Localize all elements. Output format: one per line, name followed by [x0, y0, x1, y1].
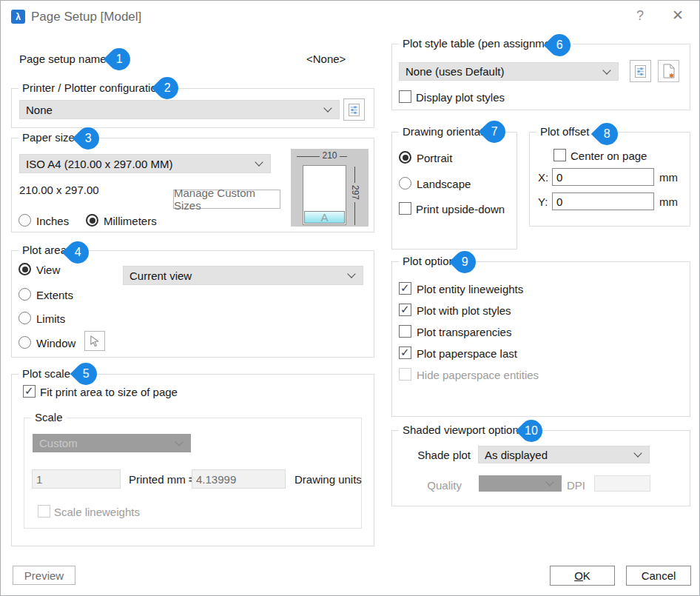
chevron-down-icon	[347, 269, 355, 278]
display-plot-styles-checkbox[interactable]	[399, 90, 411, 103]
quality-combo	[479, 475, 562, 492]
inches-label: Inches	[36, 215, 69, 227]
page-setup-name-label: Page setup name:	[19, 53, 110, 65]
offset-x-input[interactable]	[552, 168, 654, 186]
new-file-icon	[662, 64, 676, 78]
hide-paperspace-label: Hide paperspace entities	[417, 369, 539, 381]
view-radio[interactable]	[18, 263, 31, 275]
printer-combo[interactable]: None	[19, 100, 340, 119]
window-radio[interactable]	[18, 336, 31, 349]
shaded-viewport-group: Shaded viewport options	[391, 430, 690, 506]
page-setup-name-value: <None>	[306, 53, 346, 65]
extents-radio[interactable]	[18, 288, 31, 301]
printed-mm-label: Printed mm =	[129, 473, 195, 486]
scale-legend: Scale	[31, 411, 67, 423]
shaded-viewport-legend: Shaded viewport options	[399, 423, 528, 436]
millimeters-label: Millimeters	[104, 215, 157, 227]
printer-config-legend: Printer / Plotter configuration	[18, 81, 166, 94]
paperspace-last-checkbox[interactable]	[399, 346, 411, 359]
page-setup-dialog: λ Page Setup [Model] ? ✕ Page setup name…	[0, 0, 700, 596]
center-on-page-label: Center on page	[571, 150, 647, 162]
center-on-page-checkbox[interactable]	[553, 149, 566, 161]
scale-preset-combo: Custom	[33, 434, 191, 452]
plot-styles-checkbox[interactable]	[399, 304, 411, 316]
chevron-down-icon	[545, 478, 553, 486]
view-selection-combo[interactable]: Current view	[123, 266, 363, 285]
edit-plot-style-button[interactable]	[630, 60, 651, 82]
printer-properties-button[interactable]	[343, 98, 365, 121]
offset-x-unit: mm	[659, 171, 678, 184]
paper-size-legend: Paper size	[18, 131, 78, 144]
fit-to-page-label: Fit print area to size of page	[40, 386, 178, 398]
chevron-down-icon	[255, 158, 263, 166]
plot-scale-legend: Plot scale	[18, 367, 74, 380]
portrait-radio[interactable]	[399, 151, 411, 164]
offset-y-unit: mm	[659, 195, 678, 208]
plot-lineweights-label: Plot entity lineweights	[417, 283, 523, 295]
drawing-units-label: Drawing units	[295, 473, 362, 486]
quality-label: Quality	[415, 479, 462, 492]
width-dimension-label: 210	[291, 150, 368, 161]
hide-paperspace-checkbox	[399, 368, 411, 381]
offset-y-label: Y:	[538, 195, 548, 208]
drawing-units-input	[192, 469, 286, 489]
printable-area-strip: A	[304, 211, 345, 224]
paperspace-last-label: Plot paperspace last	[417, 347, 517, 360]
scale-lineweights-label: Scale lineweights	[54, 506, 140, 518]
properties-icon	[635, 65, 646, 78]
limits-radio[interactable]	[18, 312, 31, 324]
paper-preview: 210 297 A	[291, 149, 368, 227]
ok-mnemonic: O	[574, 569, 583, 582]
dialog-title: Page Setup [Model]	[31, 10, 141, 24]
orientation-group: Drawing orientation	[391, 132, 517, 250]
dpi-label: DPI	[567, 479, 585, 492]
app-logo-icon: λ	[11, 10, 25, 24]
scale-lineweights-checkbox	[38, 505, 50, 518]
plot-lineweights-checkbox[interactable]	[399, 282, 411, 295]
millimeters-radio[interactable]	[86, 214, 98, 227]
plot-transparencies-checkbox[interactable]	[399, 325, 411, 338]
offset-y-input[interactable]	[552, 192, 654, 210]
ok-button[interactable]: OK	[550, 566, 615, 586]
chevron-down-icon	[175, 438, 183, 446]
title-bar: λ Page Setup [Model] ? ✕	[1, 1, 699, 26]
shade-plot-combo[interactable]: As displayed	[478, 446, 650, 463]
printed-mm-input	[32, 469, 121, 489]
landscape-radio[interactable]	[399, 177, 411, 190]
plot-offset-legend: Plot offset	[536, 125, 593, 138]
pick-window-button[interactable]	[84, 331, 105, 351]
limits-label: Limits	[36, 312, 65, 325]
view-label: View	[36, 264, 60, 276]
manage-custom-sizes-button[interactable]: Manage Custom Sizes	[173, 190, 280, 209]
inches-radio[interactable]	[18, 214, 31, 227]
chevron-down-icon	[602, 66, 610, 74]
extents-label: Extents	[36, 289, 73, 301]
window-label: Window	[36, 337, 75, 349]
cancel-button[interactable]: Cancel	[626, 566, 691, 586]
dpi-input	[594, 475, 650, 492]
upside-down-label: Print upside-down	[416, 203, 505, 215]
plot-transparencies-label: Plot transparencies	[417, 326, 511, 338]
plot-styles-label: Plot with plot styles	[417, 304, 511, 317]
chevron-down-icon	[323, 104, 332, 112]
preview-button[interactable]: Preview	[13, 566, 75, 585]
paper-size-combo[interactable]: ISO A4 (210.00 x 297.00 MM)	[19, 154, 271, 173]
help-button[interactable]: ?	[631, 8, 649, 24]
properties-icon	[349, 104, 360, 116]
plot-style-combo[interactable]: None (uses Default)	[399, 62, 619, 81]
plot-area-legend: Plot area	[18, 244, 70, 256]
fit-to-page-checkbox[interactable]	[23, 385, 36, 398]
chevron-down-icon	[633, 449, 642, 457]
paper-dimensions-text: 210.00 x 297.00	[19, 184, 99, 196]
portrait-label: Portrait	[417, 152, 452, 164]
close-button[interactable]: ✕	[668, 7, 687, 24]
upside-down-checkbox[interactable]	[399, 202, 411, 215]
landscape-label: Landscape	[417, 178, 471, 190]
display-plot-styles-label: Display plot styles	[416, 91, 505, 104]
height-dimension-label: 297	[350, 183, 360, 202]
new-plot-style-button[interactable]	[658, 60, 679, 82]
shade-plot-label: Shade plot	[415, 449, 471, 461]
offset-x-label: X:	[538, 171, 548, 184]
callout-1: 1	[104, 44, 135, 75]
cursor-pick-icon	[89, 335, 101, 347]
